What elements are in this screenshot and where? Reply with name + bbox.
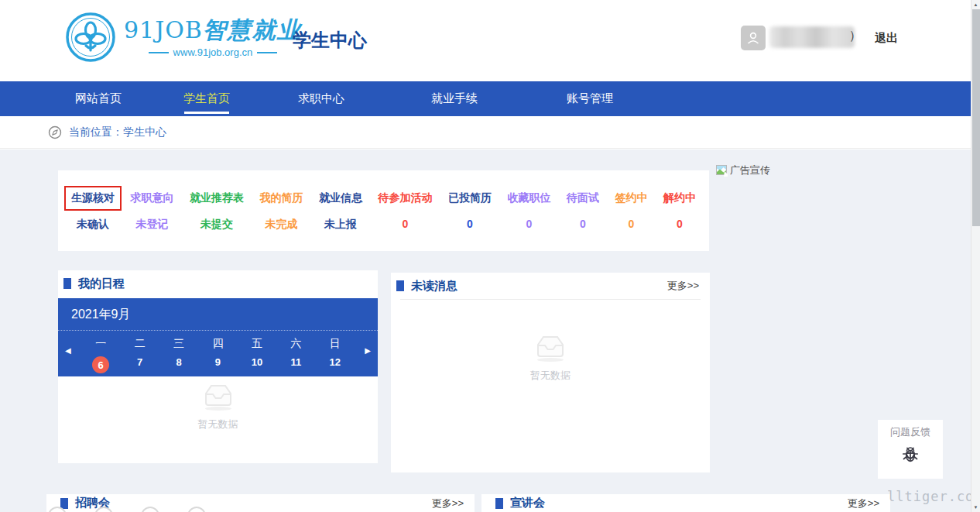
watermark: lltiger.com xyxy=(887,489,980,504)
status-item-value: 0 xyxy=(580,218,586,230)
calendar-prev-icon[interactable]: ◀ xyxy=(65,346,71,355)
nav-tab-0[interactable]: 网站首页 xyxy=(75,81,122,116)
nav-tab-2[interactable]: 求职中心 xyxy=(298,81,344,116)
empty-inbox-icon xyxy=(533,333,568,363)
calendar-weekday: 四 xyxy=(198,337,237,351)
status-item-value: 未确认 xyxy=(77,218,109,232)
calendar-date[interactable]: 7 xyxy=(120,356,159,373)
info-session-more-link[interactable]: 更多>> xyxy=(848,497,879,510)
calendar: 2021年9月 一二三四五六日 6789101112 ◀ ▶ xyxy=(58,298,378,376)
scroll-down-icon[interactable]: ▼ xyxy=(971,503,980,512)
calendar-weekday: 三 xyxy=(159,337,198,351)
logo-text: 91JOB智慧就业 www.91job.org.cn xyxy=(124,16,302,58)
compass-icon xyxy=(48,125,62,139)
messages-header: 未读消息 更多>> xyxy=(391,273,710,299)
status-item-4[interactable]: 就业信息未上报 xyxy=(312,170,369,251)
status-overview-card: 生源核对未确认求职意向未登记就业推荐表未提交我的简历未完成就业信息未上报待参加活… xyxy=(58,170,709,251)
ad-banner: 广告宣传 xyxy=(716,163,770,177)
status-item-9[interactable]: 签约中0 xyxy=(608,170,655,251)
status-item-label: 待面试 xyxy=(560,186,606,211)
calendar-date[interactable]: 10 xyxy=(238,356,276,373)
scrollbar[interactable]: ▲ ▼ xyxy=(971,0,980,512)
info-session-title: 宣讲会 xyxy=(510,496,545,510)
status-item-0[interactable]: 生源核对未确认 xyxy=(64,170,122,251)
calendar-weekday: 一 xyxy=(81,337,120,351)
nav-tab-1[interactable]: 学生首页 xyxy=(183,81,230,116)
status-item-value: 0 xyxy=(403,218,409,230)
calendar-date[interactable]: 6 xyxy=(81,356,120,373)
status-item-label: 就业推荐表 xyxy=(183,186,251,211)
brand-latin: 91JOB xyxy=(124,16,203,43)
nav-tab-3[interactable]: 就业手续 xyxy=(431,81,478,116)
status-item-3[interactable]: 我的简历未完成 xyxy=(253,170,310,251)
calendar-date[interactable]: 8 xyxy=(159,356,198,373)
calendar-date[interactable]: 9 xyxy=(198,356,237,373)
calendar-weekday: 六 xyxy=(276,337,315,351)
calendar-separator xyxy=(58,330,378,331)
user-avatar[interactable] xyxy=(741,26,766,50)
ad-label: 广告宣传 xyxy=(730,163,770,177)
user-name-blurred xyxy=(769,26,855,48)
calendar-weekday: 日 xyxy=(316,337,355,351)
info-session-card: 宣讲会 更多>> xyxy=(481,494,890,512)
calendar-weekday: 二 xyxy=(120,337,159,351)
logout-button[interactable]: 退出 xyxy=(875,31,898,46)
status-item-label: 收藏职位 xyxy=(501,186,558,211)
status-item-6[interactable]: 已投简历0 xyxy=(441,170,499,251)
status-item-8[interactable]: 待面试0 xyxy=(560,170,606,251)
status-item-value: 0 xyxy=(677,218,683,230)
calendar-next-icon[interactable]: ▶ xyxy=(365,346,371,355)
status-item-label: 已投简历 xyxy=(441,186,499,211)
logo: 91JOB智慧就业 www.91job.org.cn xyxy=(65,12,302,63)
job-fair-more-link[interactable]: 更多>> xyxy=(432,497,464,510)
schedule-empty-state: 暂无数据 xyxy=(58,382,378,431)
status-item-label: 签约中 xyxy=(608,186,655,211)
status-item-value: 未提交 xyxy=(200,218,233,232)
status-item-label: 生源核对 xyxy=(64,186,122,211)
empty-text: 暂无数据 xyxy=(198,418,238,431)
header: 91JOB智慧就业 www.91job.org.cn 学生中心 ） 退出 xyxy=(0,0,971,81)
status-item-7[interactable]: 收藏职位0 xyxy=(501,170,558,251)
section-bullet xyxy=(396,280,404,291)
brand-cjk: 智慧就业 xyxy=(203,17,302,43)
status-item-10[interactable]: 解约中0 xyxy=(656,170,703,251)
section-bullet xyxy=(495,498,503,509)
schedule-title: 我的日程 xyxy=(78,277,125,291)
user-name-suffix: ） xyxy=(849,28,862,44)
section-bullet xyxy=(63,278,71,289)
status-item-value: 0 xyxy=(526,218,533,230)
status-item-label: 待参加活动 xyxy=(372,186,440,211)
student-center-page: 91JOB智慧就业 www.91job.org.cn 学生中心 ） 退出 网站首… xyxy=(0,0,980,512)
calendar-date[interactable]: 12 xyxy=(316,356,355,373)
calendar-selected-date: 6 xyxy=(92,356,109,373)
broken-image-icon xyxy=(716,165,728,177)
feedback-widget[interactable]: 问题反馈 xyxy=(878,420,943,479)
status-item-label: 就业信息 xyxy=(312,186,369,211)
empty-inbox-icon xyxy=(200,382,236,411)
status-item-label: 解约中 xyxy=(656,186,703,211)
bug-icon xyxy=(900,445,920,465)
brand-website: www.91job.org.cn xyxy=(124,46,302,58)
status-item-1[interactable]: 求职意向未登记 xyxy=(124,170,181,251)
scrollbar-thumb[interactable] xyxy=(972,9,980,226)
status-item-5[interactable]: 待参加活动0 xyxy=(372,170,440,251)
calendar-month-label: 2021年9月 xyxy=(58,298,378,323)
calendar-date[interactable]: 11 xyxy=(276,356,315,373)
messages-card: 未读消息 更多>> 暂无数据 xyxy=(391,273,710,472)
status-item-2[interactable]: 就业推荐表未提交 xyxy=(183,170,251,251)
brand-website-text: www.91job.org.cn xyxy=(173,46,253,58)
breadcrumb: 当前位置：学生中心 xyxy=(0,116,971,149)
person-icon xyxy=(745,30,761,46)
status-item-value: 未上报 xyxy=(324,218,357,232)
calendar-weekday-row: 一二三四五六日 xyxy=(58,337,378,351)
scroll-up-icon[interactable]: ▲ xyxy=(971,0,980,9)
nav-tab-4[interactable]: 账号管理 xyxy=(567,81,613,116)
nav-bar: 网站首页学生首页求职中心就业手续账号管理 xyxy=(0,81,971,116)
status-item-value: 0 xyxy=(467,218,473,230)
messages-empty-state: 暂无数据 xyxy=(391,333,710,383)
messages-title: 未读消息 xyxy=(411,279,457,294)
messages-more-link[interactable]: 更多>> xyxy=(667,279,699,293)
status-item-label: 求职意向 xyxy=(124,186,181,211)
status-item-value: 0 xyxy=(629,218,635,230)
schedule-header: 我的日程 xyxy=(58,270,378,297)
